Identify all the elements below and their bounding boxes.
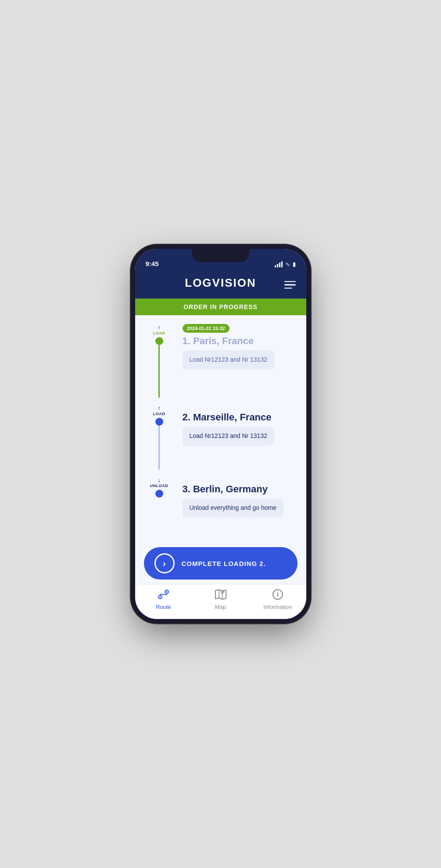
action-section: › COMPLETE LOADING 2.: [135, 543, 306, 584]
stop-3-dot: [155, 490, 163, 498]
stop-2-arrow-up: ↑: [158, 405, 161, 412]
complete-button-circle: ›: [154, 553, 175, 573]
stop-3-dot-line: [155, 490, 163, 518]
stop-1-action: ↑ LOAD: [153, 324, 165, 335]
stop-2-note: Load Nr12123 and Nr 13132: [183, 427, 274, 446]
stop-2-dot: [155, 418, 163, 426]
stop-2-name: 2. Marseille, France: [183, 412, 298, 423]
status-time: 9:45: [146, 260, 159, 267]
nav-route[interactable]: Route: [148, 589, 179, 610]
order-status-text: ORDER IN PROGRESS: [183, 303, 258, 310]
stop-2: ↑ LOAD 2. Marseille, France Load Nr12123…: [144, 405, 298, 470]
complete-button-arrow-icon: ›: [163, 559, 166, 569]
complete-button-text: COMPLETE LOADING 2.: [182, 560, 266, 567]
svg-point-2: [166, 591, 167, 593]
stop-1-line: [158, 345, 160, 398]
svg-text:i: i: [277, 591, 279, 598]
battery-icon: ▮: [293, 261, 296, 267]
signal-icon: [275, 261, 283, 267]
order-status-banner: ORDER IN PROGRESS: [135, 299, 306, 315]
stop-3-note: Unload everything and go home: [183, 498, 283, 518]
stop-3-unload-label: UNLOAD: [150, 484, 169, 488]
nav-map[interactable]: Map: [205, 589, 236, 610]
menu-line-3: [284, 288, 292, 289]
stop-3: ↓ UNLOAD 3. Berlin, Germany Unload every…: [144, 477, 298, 518]
bottom-nav: Route Map i Information: [135, 584, 306, 619]
status-icons: ∿ ▮: [275, 261, 296, 267]
stop-1-content: 2024-01-01 15:32 1. Paris, France Load N…: [178, 324, 298, 398]
stop-1-dot-line: [155, 337, 163, 398]
stop-3-arrow-down: ↓: [158, 477, 161, 484]
nav-map-label: Map: [215, 604, 226, 610]
complete-loading-button[interactable]: › COMPLETE LOADING 2.: [144, 547, 298, 580]
stop-3-name: 3. Berlin, Germany: [183, 484, 298, 495]
header: LOGVISION: [135, 271, 306, 299]
menu-line-2: [284, 284, 296, 285]
stop-2-line: [158, 426, 160, 470]
stop-1-load-label: LOAD: [153, 331, 165, 335]
nav-route-label: Route: [156, 604, 171, 610]
wifi-icon: ∿: [285, 261, 290, 267]
nav-information-label: Information: [263, 604, 292, 610]
stop-3-action: ↓ UNLOAD: [150, 477, 169, 488]
app-title: LOGVISION: [185, 276, 256, 290]
notch: [192, 249, 249, 262]
stop-1-dot: [155, 337, 163, 345]
menu-icon[interactable]: [284, 281, 296, 289]
stop-1-arrow-up: ↑: [158, 324, 161, 331]
nav-information[interactable]: i Information: [262, 589, 293, 610]
stop-1-axis: ↑ LOAD: [144, 324, 175, 398]
stop-3-axis: ↓ UNLOAD: [144, 477, 175, 518]
stop-1-timestamp: 2024-01-01 15:32: [183, 324, 229, 333]
stop-2-axis: ↑ LOAD: [144, 405, 175, 470]
stop-2-dot-line: [155, 418, 163, 470]
information-icon: i: [272, 589, 283, 602]
stop-1-note: Load Nr12123 and Nr 13132: [183, 350, 274, 370]
phone-frame: 9:45 ∿ ▮ LOGVISION ORDER IN PROGRESS: [135, 249, 306, 619]
stop-2-content: 2. Marseille, France Load Nr12123 and Nr…: [178, 405, 298, 470]
stop-2-action: ↑ LOAD: [153, 405, 165, 416]
stop-2-load-label: LOAD: [153, 412, 165, 416]
stop-3-content: 3. Berlin, Germany Unload everything and…: [178, 477, 298, 518]
stop-1-name: 1. Paris, France: [183, 335, 298, 347]
svg-point-3: [159, 597, 161, 598]
map-icon: [215, 589, 227, 602]
main-content: ↑ LOAD 2024-01-01 15:32 1. Paris, France…: [135, 315, 306, 543]
menu-line-1: [284, 281, 296, 282]
route-icon: [157, 589, 170, 602]
stop-1: ↑ LOAD 2024-01-01 15:32 1. Paris, France…: [144, 324, 298, 398]
